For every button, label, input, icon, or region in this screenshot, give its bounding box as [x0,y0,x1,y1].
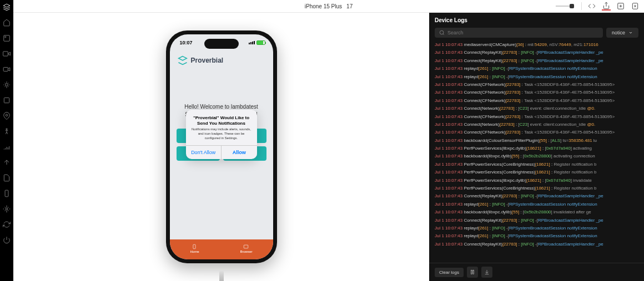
notification-alert: "Proverbial" Would Like to Send You Noti… [186,110,257,159]
log-line: Jul 1 10:07:43 PerfPowerServices(CoreBri… [435,161,638,168]
divider [581,2,582,10]
svg-point-14 [440,30,444,34]
clear-logs-button[interactable]: Clear logs [435,268,464,277]
app-header: Proverbial [170,51,273,70]
top-tools [556,2,640,11]
zoom-slider[interactable] [556,6,572,7]
os-version: 17 [346,3,353,9]
level-filter[interactable]: notice [606,28,638,38]
device-area: 10:07 Proverbial Hello! Welcome to lambd… [13,13,429,281]
app-name: Proverbial [191,57,224,64]
file-icon[interactable] [3,174,11,182]
svg-rect-16 [473,270,474,274]
download-logs-button[interactable] [481,267,492,278]
log-line: Jul 1 10:07:43 backboardd(ColourSensorFi… [435,137,638,145]
video-icon[interactable] [3,65,11,73]
log-line: Jul 1 10:07:43 Connect(CFNetwork)[22783]… [435,97,638,105]
device-label: iPhone 15 Plus 17 [305,3,353,9]
device-icon[interactable] [3,190,11,197]
left-nav [0,0,13,281]
signal-icon [249,41,255,44]
topbar: iPhone 15 Plus 17 [13,0,644,13]
layers-icon[interactable] [3,96,11,104]
svg-rect-5 [4,98,9,103]
bug-icon[interactable] [3,81,11,89]
log-line: Jul 1 10:07:43 Connect(ReplayKit)[22783]… [435,217,638,224]
log-line: Jul 1 10:07:43 backboardd(libxpc.dylib)[… [435,152,638,160]
app-logo-icon [178,55,188,65]
bottom-nav: Home Browser [170,239,273,259]
svg-rect-12 [193,244,195,249]
log-line: Jul 1 10:07:43 Connect(CFNetwork)[22783]… [435,113,638,121]
svg-rect-13 [244,245,249,248]
settings-icon[interactable] [3,205,11,213]
log-line: Jul 1 10:07:43 Connect(ReplayKit)[22783]… [435,57,638,65]
chevron-down-icon [628,30,633,35]
accessibility-icon[interactable] [3,127,11,135]
log-line: Jul 1 10:07:43 Connect(Network)[22783] :… [435,121,638,129]
log-line: Jul 1 10:07:43 Connect(CFNetwork)[22783]… [435,89,638,96]
svg-rect-3 [3,68,8,71]
refresh-icon[interactable] [3,221,11,228]
log-line: Jul 1 10:07:43 PerfPowerServices(CoreBri… [435,185,638,192]
alert-allow-button[interactable]: Allow [222,146,257,159]
search-icon [439,30,445,35]
code-icon[interactable] [587,2,596,11]
svg-point-4 [6,84,8,86]
alert-deny-button[interactable]: Don't Allow [186,146,222,159]
svg-rect-2 [3,52,8,56]
search-input[interactable] [447,30,598,35]
log-line: Jul 1 10:07:43 Connect(CFNetwork)[22783]… [435,81,638,89]
log-line: Jul 1 10:07:43 Connect(ReplayKit)[22783]… [435,49,638,57]
svg-point-1 [5,37,6,38]
dynamic-island [204,39,239,49]
log-line: Jul 1 10:07:43 replayd[261] : [INFO] -[R… [435,224,638,232]
upload-icon[interactable] [3,159,11,166]
network-icon[interactable] [3,143,11,151]
power-icon[interactable] [3,236,11,244]
alert-message: Notifications may include alerts, sounds… [190,127,253,140]
log-line: Jul 1 10:07:43 PerfPowerServices(libxpc.… [435,145,638,152]
usb-cable [219,271,224,281]
log-line: Jul 1 10:07:43 replayd[261] : [INFO] -[R… [435,65,638,73]
logo-icon[interactable] [3,3,11,11]
svg-rect-0 [4,35,10,42]
log-line: Jul 1 10:07:43 Connect(Network)[22783] :… [435,105,638,113]
log-line: Jul 1 10:07:43 Connect(ReplayKit)[22783]… [435,241,638,248]
share-icon[interactable] [602,2,611,11]
battery-icon [256,40,265,45]
logs-body[interactable]: Jul 1 10:07:43 mediaserverd(CMCapture)[3… [429,41,644,263]
pause-logs-button[interactable] [467,267,478,278]
export-icon[interactable] [616,2,625,11]
phone-frame: 10:07 Proverbial Hello! Welcome to lambd… [166,30,277,263]
svg-rect-8 [5,190,8,197]
svg-point-9 [6,208,8,210]
log-line: Jul 1 10:07:43 Connect(ReplayKit)[22783]… [435,192,638,200]
location-icon[interactable] [3,112,11,120]
logs-title: Device Logs [429,13,644,28]
logs-search[interactable] [435,28,603,38]
gallery-icon[interactable] [3,34,11,42]
log-line: Jul 1 10:07:43 replayd[261] : [INFO] -[R… [435,232,638,240]
nav-browser[interactable]: Browser [240,244,252,253]
log-line: Jul 1 10:07:43 backboardd(libxpc.dylib)[… [435,208,638,216]
log-line: Jul 1 10:07:43 Connect(CFNetwork)[22783]… [435,129,638,136]
end-icon[interactable] [631,2,640,11]
home-icon[interactable] [3,19,11,27]
phone-screen[interactable]: 10:07 Proverbial Hello! Welcome to lambd… [170,34,273,259]
status-time: 10:07 [180,40,193,45]
nav-home[interactable]: Home [190,244,199,253]
alert-title: "Proverbial" Would Like to Send You Noti… [190,115,253,126]
svg-rect-15 [471,270,472,274]
log-line: Jul 1 10:07:43 replayd[261] : [INFO] -[R… [435,73,638,81]
camera-icon[interactable] [3,50,11,58]
log-line: Jul 1 10:07:43 replayd[261] : [INFO] -[R… [435,201,638,208]
log-line: Jul 1 10:07:43 PerfPowerServices(libxpc.… [435,177,638,185]
svg-point-7 [6,129,7,130]
logs-panel: Device Logs notice Jul 1 10:07:43 medias… [429,13,644,281]
device-name: iPhone 15 Plus [305,3,342,9]
svg-point-6 [6,114,8,116]
log-line: Jul 1 10:07:43 mediaserverd(CMCapture)[3… [435,41,638,49]
log-line: Jul 1 10:07:43 PerfPowerServices(CoreBri… [435,168,638,176]
